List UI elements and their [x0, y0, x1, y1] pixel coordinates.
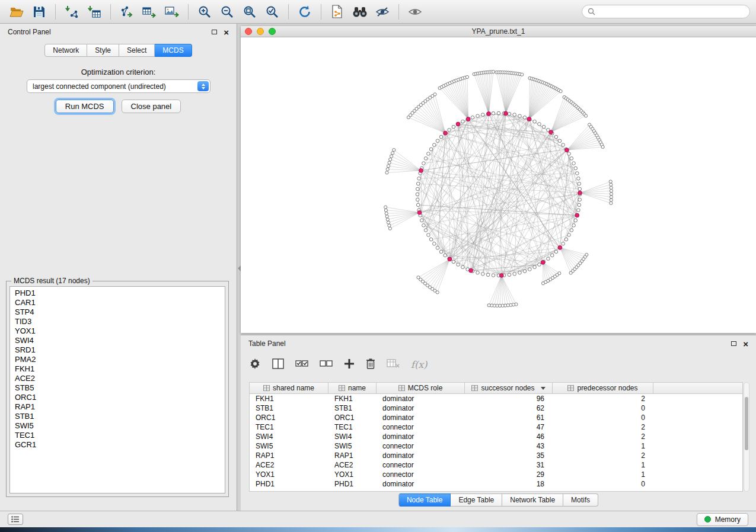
table-tab-motifs[interactable]: Motifs [563, 493, 598, 507]
table-row-YOX1[interactable]: YOX1YOX1connector291 [250, 470, 742, 479]
clear-table-button[interactable] [387, 359, 400, 370]
function-builder-button[interactable]: f(x) [411, 359, 427, 370]
cell-predecessor-nodes: 1 [553, 470, 653, 479]
mcds-result-item[interactable]: SWI5 [10, 421, 225, 431]
control-panel-tabs: NetworkStyleSelectMCDS [0, 44, 237, 57]
mcds-result-item[interactable]: YOX1 [10, 326, 225, 336]
show-columns-button[interactable] [272, 358, 284, 371]
mcds-result-item[interactable]: STB5 [10, 383, 225, 393]
cell-predecessor-nodes: 1 [553, 442, 653, 450]
add-column-button[interactable] [344, 358, 355, 371]
table-row-SWI4[interactable]: SWI4SWI4dominator462 [250, 432, 742, 441]
cell-shared-name: YOX1 [250, 470, 328, 479]
float-panel-icon[interactable] [212, 30, 217, 34]
table-settings-button[interactable] [249, 358, 261, 371]
criterion-dropdown[interactable]: largest connected component (undirected) [27, 79, 210, 93]
find-button[interactable] [349, 2, 371, 21]
zoom-selected-button[interactable] [261, 2, 283, 21]
cell-predecessor-nodes: 0 [553, 414, 653, 422]
table-row-SWI5[interactable]: SWI5SWI5connector431 [250, 441, 742, 451]
mcds-result-item[interactable]: GCR1 [10, 440, 225, 450]
mcds-result-list[interactable]: PHD1CAR1STP4TID3YOX1SWI4SRD1PMA2FKH1ACE2… [9, 286, 225, 493]
import-network-button[interactable] [61, 2, 82, 21]
search-input[interactable] [599, 8, 744, 16]
export-image-icon [165, 5, 179, 18]
mcds-result-item[interactable]: FKH1 [10, 364, 225, 374]
save-session-button[interactable] [28, 2, 50, 21]
table-tab-network-table[interactable]: Network Table [502, 493, 563, 507]
mcds-result-item[interactable]: SRD1 [10, 345, 225, 355]
mcds-result-item[interactable]: STB1 [10, 412, 225, 421]
table-row-ACE2[interactable]: ACE2ACE2connector311 [250, 460, 742, 470]
table-row-STB1[interactable]: STB1STB1dominator620 [250, 403, 742, 413]
control-tab-select[interactable]: Select [119, 44, 155, 57]
mcds-result-item[interactable]: STP4 [10, 307, 225, 317]
import-table-button[interactable] [84, 2, 105, 21]
mcds-result-item[interactable]: PMA2 [10, 355, 225, 364]
show-panels-button[interactable] [8, 514, 23, 525]
cell-mcds-role: dominator [377, 414, 465, 422]
table-row-RAP1[interactable]: RAP1RAP1dominator352 [250, 451, 742, 460]
zoom-out-button[interactable] [216, 2, 238, 21]
control-tab-style[interactable]: Style [87, 44, 119, 57]
cell-mcds-role: connector [377, 423, 465, 431]
node-table-header: shared namenameMCDS rolesuccessor nodesp… [250, 383, 742, 394]
node-table: shared namenameMCDS rolesuccessor nodesp… [249, 382, 743, 492]
select-all-button[interactable] [295, 358, 308, 371]
table-row-FKH1[interactable]: FKH1FKH1dominator962 [250, 394, 742, 403]
mcds-result-item[interactable]: CAR1 [10, 298, 225, 307]
deselect-all-button[interactable] [320, 358, 333, 371]
open-file-button[interactable] [6, 2, 27, 21]
table-tab-node-table[interactable]: Node Table [398, 493, 451, 507]
share-document-button[interactable] [327, 2, 348, 21]
mcds-result-item[interactable]: PHD1 [10, 289, 225, 298]
toolbar-separator [188, 4, 189, 20]
column-header-successor-nodes[interactable]: successor nodes [465, 383, 553, 393]
network-graph[interactable] [241, 37, 756, 332]
close-panel-icon[interactable]: × [224, 28, 229, 37]
table-row-TEC1[interactable]: TEC1TEC1connector472 [250, 422, 742, 432]
table-scrollbar-thumb[interactable] [745, 397, 748, 450]
zoom-selected-icon [266, 5, 279, 18]
mcds-result-item[interactable]: TEC1 [10, 431, 225, 440]
close-panel-button[interactable]: Close panel [122, 100, 181, 113]
zoom-fit-button[interactable] [239, 2, 260, 21]
refresh-button[interactable] [294, 2, 315, 21]
column-header-shared-name[interactable]: shared name [250, 383, 328, 393]
search-box[interactable] [582, 5, 750, 18]
table-scrollbar[interactable] [744, 382, 749, 492]
column-header-name[interactable]: name [328, 383, 377, 393]
control-tab-network[interactable]: Network [44, 44, 87, 57]
mcds-result-item[interactable]: TID3 [10, 317, 225, 326]
export-table-button[interactable] [139, 2, 160, 21]
export-table-icon [142, 5, 157, 18]
delete-column-button[interactable] [366, 358, 375, 371]
cell-predecessor-nodes: 0 [553, 404, 653, 412]
zoom-in-button[interactable] [194, 2, 215, 21]
export-image-button[interactable] [161, 2, 183, 21]
mcds-result-item[interactable]: RAP1 [10, 402, 225, 412]
column-header-predecessor-nodes[interactable]: predecessor nodes [553, 383, 653, 393]
mcds-result-item[interactable]: ACE2 [10, 374, 225, 383]
column-label: MCDS role [408, 384, 443, 392]
memory-button[interactable]: Memory [697, 513, 748, 526]
node-table-body: FKH1FKH1dominator962STB1STB1dominator620… [250, 394, 742, 489]
table-row-PHD1[interactable]: PHD1PHD1dominator180 [250, 479, 742, 489]
run-mcds-button[interactable]: Run MCDS [56, 100, 114, 113]
network-canvas[interactable] [241, 37, 756, 332]
mcds-result-item[interactable]: ORC1 [10, 393, 225, 402]
cell-successor-nodes: 62 [465, 404, 553, 412]
export-network-button[interactable] [116, 2, 138, 21]
mcds-result-item[interactable]: SWI4 [10, 336, 225, 345]
float-table-panel-icon[interactable] [731, 341, 736, 346]
network-window-titlebar[interactable]: YPA_prune.txt_1 [241, 26, 756, 37]
cell-name: ORC1 [328, 414, 377, 422]
cell-successor-nodes: 18 [465, 480, 553, 488]
table-row-ORC1[interactable]: ORC1ORC1dominator610 [250, 413, 742, 422]
column-header-mcds-role[interactable]: MCDS role [377, 383, 465, 393]
toggle-graphics-details-button[interactable] [372, 2, 393, 21]
close-table-panel-icon[interactable]: × [743, 339, 748, 348]
table-tab-edge-table[interactable]: Edge Table [451, 493, 502, 507]
control-tab-mcds[interactable]: MCDS [155, 44, 192, 57]
show-hide-button[interactable] [404, 2, 426, 21]
